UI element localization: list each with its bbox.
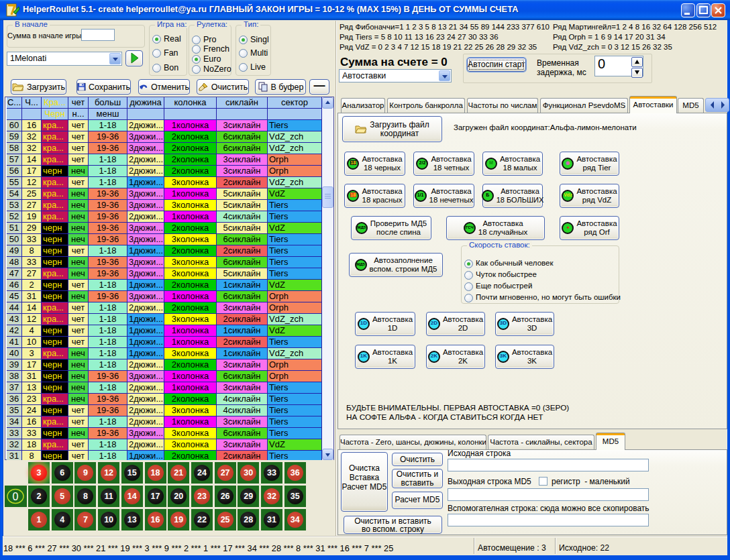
svg-text:0: 0 [13,491,19,502]
